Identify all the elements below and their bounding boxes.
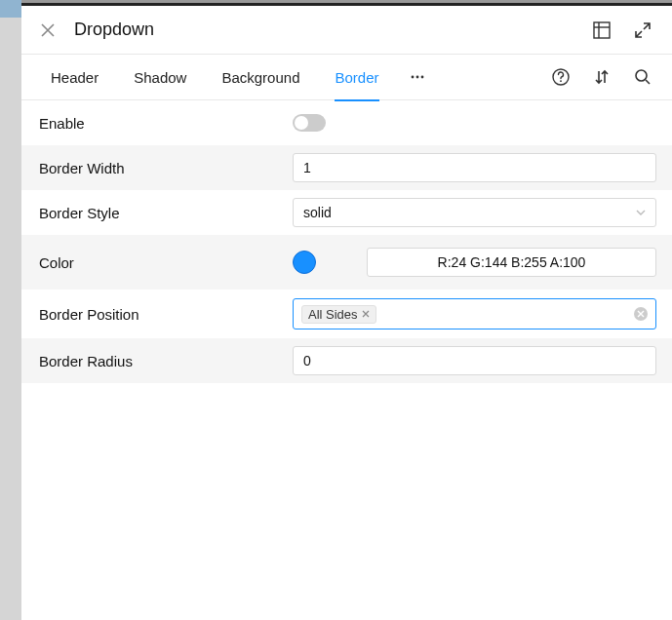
tab-header[interactable]: Header (33, 54, 116, 100)
panel-title: Dropdown (74, 19, 592, 40)
prop-border-radius: Border Radius (21, 338, 672, 383)
layout-icon[interactable] (592, 20, 612, 40)
tab-shadow[interactable]: Shadow (116, 54, 204, 100)
prop-label: Border Style (37, 205, 293, 221)
tag-all-sides: All Sides (301, 305, 376, 324)
tag-remove-icon[interactable] (362, 310, 370, 318)
search-icon[interactable] (633, 67, 652, 87)
properties-list: Enable Border Width Border Style solid (21, 100, 672, 383)
prop-label: Border Position (37, 306, 293, 323)
sort-icon[interactable] (592, 67, 612, 87)
svg-rect-0 (594, 22, 610, 38)
prop-label: Border Width (37, 160, 293, 176)
border-width-input[interactable] (293, 153, 656, 182)
svg-point-4 (415, 76, 418, 79)
prop-label: Color (37, 254, 293, 271)
color-value-input[interactable]: R:24 G:144 B:255 A:100 (367, 248, 656, 277)
border-radius-input[interactable] (293, 346, 656, 375)
svg-point-8 (636, 70, 647, 81)
panel-header: Dropdown (21, 6, 672, 54)
properties-panel: Dropdown Header Shadow Background Border (21, 3, 672, 620)
left-strip-accent (0, 0, 21, 18)
prop-color: Color R:24 G:144 B:255 A:100 (21, 235, 672, 290)
svg-line-9 (646, 80, 650, 84)
prop-border-width: Border Width (21, 145, 672, 190)
expand-icon[interactable] (633, 20, 652, 40)
tabs-more-icon[interactable] (397, 75, 438, 79)
close-icon[interactable] (39, 21, 57, 39)
prop-enable: Enable (21, 100, 672, 145)
color-swatch[interactable] (293, 251, 316, 274)
help-icon[interactable] (551, 67, 571, 87)
tab-label: Background (221, 69, 299, 86)
prop-label: Border Radius (37, 353, 293, 369)
select-value: solid (303, 205, 332, 220)
tab-label: Shadow (134, 69, 186, 86)
clear-all-icon[interactable] (634, 307, 648, 321)
tab-label: Border (335, 69, 378, 86)
svg-point-7 (560, 80, 562, 82)
tabs-bar: Header Shadow Background Border (21, 54, 672, 100)
tag-label: All Sides (308, 307, 358, 322)
tab-background[interactable]: Background (204, 54, 317, 100)
enable-toggle[interactable] (293, 114, 326, 132)
left-strip (0, 0, 21, 620)
prop-border-style: Border Style solid (21, 190, 672, 235)
prop-border-position: Border Position All Sides (21, 290, 672, 338)
border-style-select[interactable]: solid (293, 198, 656, 227)
tab-border[interactable]: Border (317, 54, 396, 100)
svg-point-5 (420, 76, 423, 79)
svg-point-3 (411, 76, 414, 79)
tab-label: Header (51, 69, 99, 86)
border-position-input[interactable]: All Sides (293, 298, 656, 329)
prop-label: Enable (37, 115, 293, 132)
chevron-down-icon (636, 210, 646, 215)
